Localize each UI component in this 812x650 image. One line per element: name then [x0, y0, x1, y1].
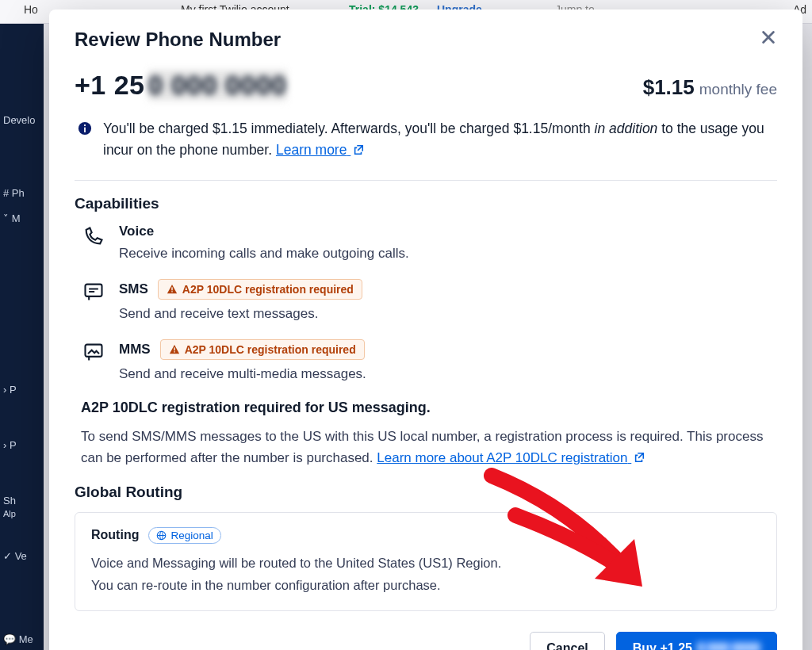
divider	[75, 180, 777, 181]
svg-rect-3	[86, 285, 102, 296]
svg-rect-4	[171, 288, 172, 291]
cancel-button[interactable]: Cancel	[530, 632, 604, 650]
charge-info: You'll be charged $1.15 immediately. Aft…	[75, 118, 777, 161]
globe-icon	[156, 530, 167, 541]
external-link-icon	[353, 144, 364, 155]
svg-rect-8	[174, 351, 174, 352]
routing-label: Routing	[91, 528, 139, 542]
close-button[interactable]	[760, 29, 777, 49]
sms-warning-badge: A2P 10DLC registration required	[158, 279, 362, 300]
review-phone-modal: Review Phone Number +1 25 0 000 0000 $1.…	[49, 10, 802, 650]
regional-badge: Regional	[148, 527, 220, 544]
bg-home: Ho	[24, 3, 38, 16]
modal-title: Review Phone Number	[75, 29, 281, 51]
buy-obscured: 0 000 0000	[697, 641, 760, 650]
info-icon	[78, 120, 94, 142]
learn-more-link[interactable]: Learn more	[276, 142, 364, 158]
routing-line1: Voice and Messaging will be routed to th…	[91, 552, 760, 574]
routing-line2: You can re-route in the number configura…	[91, 574, 760, 596]
price-amount: $1.15	[643, 75, 695, 99]
mms-desc: Send and receive multi-media messages.	[119, 366, 777, 382]
warning-icon	[169, 344, 180, 355]
phone-icon	[82, 225, 106, 250]
capability-sms: SMS A2P 10DLC registration required Send…	[82, 279, 777, 322]
voice-title: Voice	[119, 224, 154, 239]
sms-desc: Send and receive text messages.	[119, 306, 777, 322]
mms-warning-badge: A2P 10DLC registration required	[160, 339, 365, 360]
buy-prefix: Buy +1 25	[633, 641, 692, 650]
mms-title: MMS	[119, 342, 151, 358]
a2p-body: To send SMS/MMS messages to the US with …	[81, 426, 777, 468]
mms-icon	[82, 341, 106, 366]
close-icon	[760, 29, 777, 46]
external-link-icon	[634, 452, 645, 463]
capability-voice: Voice Receive incoming calls and make ou…	[82, 224, 777, 262]
svg-rect-5	[171, 291, 172, 292]
buy-button[interactable]: Buy +1 25 0 000 0000	[616, 632, 777, 650]
a2p-learn-more-link[interactable]: Learn more about A2P 10DLC registration	[377, 450, 645, 465]
price: $1.15monthly fee	[643, 75, 777, 100]
phone-number: +1 25 0 000 0000	[75, 70, 287, 101]
capabilities-heading: Capabilities	[75, 195, 777, 212]
voice-desc: Receive incoming calls and make outgoing…	[119, 246, 777, 262]
sms-icon	[82, 281, 106, 306]
warning-icon	[167, 284, 178, 295]
routing-box: Routing Regional Voice and Messaging wil…	[75, 512, 777, 611]
global-routing-heading: Global Routing	[75, 484, 777, 501]
svg-rect-7	[174, 348, 174, 351]
price-label: monthly fee	[699, 81, 777, 98]
svg-rect-2	[84, 124, 86, 126]
phone-obscured: 0 000 0000	[148, 70, 287, 101]
svg-rect-6	[86, 345, 102, 357]
capability-mms: MMS A2P 10DLC registration required Send…	[82, 339, 777, 382]
a2p-heading: A2P 10DLC registration required for US m…	[81, 400, 777, 416]
phone-prefix: +1 25	[75, 70, 145, 101]
svg-rect-1	[84, 128, 86, 132]
sms-title: SMS	[119, 281, 148, 297]
